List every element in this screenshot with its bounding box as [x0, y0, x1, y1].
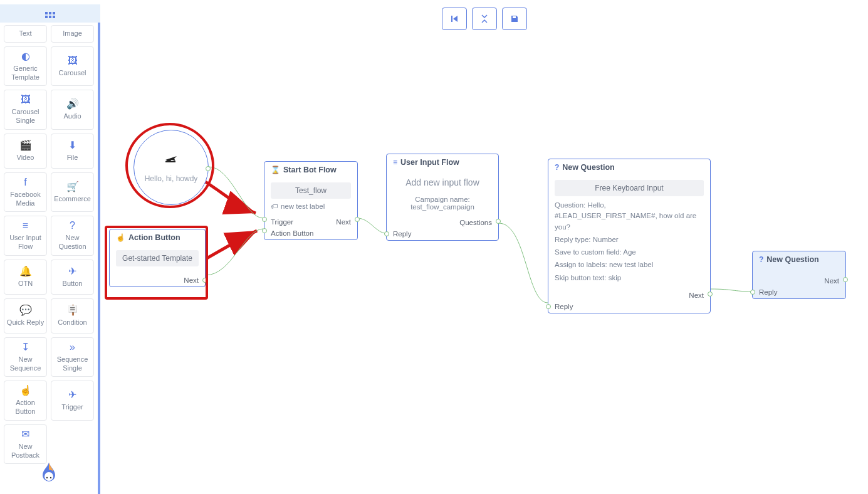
tool-carousel-single[interactable]: 🖼Carousel Single [4, 90, 47, 130]
flow-canvas[interactable]: Hello, hi, howdy ☝ Action Button Get-sta… [100, 31, 868, 494]
pointer-icon: ☝ [116, 233, 125, 242]
save-icon [510, 14, 519, 23]
tool-label: Condition [58, 318, 86, 327]
ecommerce-icon: 🛒 [66, 181, 79, 192]
tool-audio[interactable]: 🔊Audio [51, 90, 94, 130]
save-button[interactable] [502, 8, 527, 30]
tool-new-sequence[interactable]: ↧New Sequence [4, 337, 47, 377]
tool-label: Facebook Media [6, 191, 45, 208]
port-next-out[interactable] [843, 277, 848, 282]
rewind-icon [450, 14, 459, 23]
tool-otn[interactable]: 🔔OTN [4, 260, 47, 295]
tool-user-input-flow[interactable]: ≡User Input Flow [4, 216, 47, 256]
user-input-flow-node[interactable]: ≡ User Input Flow Add new input flow Cam… [386, 154, 499, 241]
tool-label: Trigger [61, 403, 83, 412]
tool-label: Sequence Single [53, 355, 92, 373]
add-input-text[interactable]: Add new input flow [393, 174, 492, 194]
tool-new-postback[interactable]: ✉New Postback [4, 424, 47, 465]
rewind-button[interactable] [442, 8, 467, 30]
tool-new-question[interactable]: ?New Question [51, 216, 94, 256]
quick-reply-icon: 💬 [19, 305, 32, 316]
tool-quick-reply[interactable]: 💬Quick Reply [4, 298, 47, 334]
tool-label: Video [17, 154, 34, 162]
node-title: New Question [766, 255, 818, 264]
svg-rect-9 [165, 161, 175, 162]
svg-rect-4 [49, 16, 51, 18]
file-icon: ⬇ [68, 140, 76, 151]
port-next-out[interactable] [355, 217, 360, 222]
port-reply-in[interactable] [546, 304, 551, 309]
tool-file[interactable]: ⬇File [51, 134, 94, 169]
tool-facebook-media[interactable]: fFacebook Media [4, 172, 47, 213]
reply-type: Reply type: Number [555, 234, 704, 245]
tool-label: Carousel [58, 69, 86, 78]
assign-labels: Assign to labels: new test label [555, 260, 704, 270]
collapse-button[interactable] [472, 8, 497, 30]
tool-label: Quick Reply [7, 318, 44, 327]
tool-text[interactable]: ☷Text [4, 25, 47, 43]
svg-rect-0 [45, 12, 48, 14]
next-label: Next [184, 276, 199, 284]
port-action-in[interactable] [262, 228, 267, 233]
trigger-icon: ✈ [68, 389, 76, 401]
new-postback-icon: ✉ [21, 429, 29, 440]
trigger-node[interactable]: Hello, hi, howdy [133, 130, 209, 205]
tool-palette: ☷Text🖼Image◐Generic Template🖼Carousel🖼Ca… [0, 23, 100, 494]
skip-text: Skip button text: skip [555, 273, 704, 283]
tool-carousel[interactable]: 🖼Carousel [51, 46, 94, 87]
reply-port-label: Reply [759, 288, 777, 296]
trigger-text: Hello, hi, howdy [145, 174, 198, 183]
app-logo [40, 463, 58, 488]
input-type-chip: Free Keyboard Input [555, 180, 704, 196]
tool-label: Action Button [6, 399, 45, 416]
tool-label: Button [63, 280, 83, 288]
button-icon: ✈ [68, 266, 76, 277]
start-bot-flow-node[interactable]: ⌛ Start Bot Flow Test_flow 🏷new test lab… [264, 161, 358, 240]
node-title: New Question [562, 163, 614, 172]
question-text: Question: Hello, #LEAD_USER_FIRST_NAME#,… [555, 200, 704, 233]
action-button-node[interactable]: ☝ Action Button Get-started Template Nex… [109, 229, 206, 287]
tool-label: Generic Template [6, 65, 45, 82]
tool-button[interactable]: ✈Button [51, 260, 94, 295]
tool-action-button[interactable]: ☝Action Button [4, 381, 47, 421]
tool-label: Ecommerce [54, 195, 91, 204]
svg-point-6 [44, 472, 53, 481]
list-icon: ≡ [393, 158, 397, 167]
carousel-icon: 🖼 [68, 55, 78, 66]
collapse-icon [480, 14, 489, 23]
tool-video[interactable]: 🎬Video [4, 134, 47, 169]
node-title: Start Bot Flow [283, 166, 337, 174]
otn-icon: 🔔 [19, 266, 32, 277]
tool-generic-template[interactable]: ◐Generic Template [4, 46, 47, 87]
port-next-out[interactable] [708, 292, 713, 297]
save-field: Save to custom field: Age [555, 247, 704, 258]
sequence-single-icon: » [70, 342, 75, 353]
tool-condition[interactable]: 🪧Condition [51, 298, 94, 334]
port-trigger-in[interactable] [262, 217, 267, 222]
new-question-node-1[interactable]: ? New Question Free Keyboard Input Quest… [548, 159, 711, 313]
tool-ecommerce[interactable]: 🛒Ecommerce [51, 172, 94, 213]
questions-port-label: Questions [459, 219, 492, 226]
tool-sequence-single[interactable]: »Sequence Single [51, 337, 94, 377]
port-out[interactable] [206, 166, 211, 171]
flow-chip: Test_flow [271, 182, 351, 199]
tag-icon: 🏷 [271, 202, 278, 210]
new-question-icon: ? [70, 220, 75, 231]
next-port-label: Next [824, 277, 839, 285]
port-reply-in[interactable] [750, 290, 755, 295]
new-question-node-2[interactable]: ? New Question Next Reply [752, 251, 846, 299]
tool-trigger[interactable]: ✈Trigger [51, 381, 94, 421]
port-reply-in[interactable] [384, 231, 389, 236]
node-title: User Input Flow [400, 158, 459, 167]
generic-template-icon: ◐ [21, 51, 30, 62]
campaign-label: Campaign name: test_flow_campaign [393, 196, 492, 211]
tool-label: Image [63, 29, 82, 38]
node-title: Action Button [128, 233, 180, 242]
grid-icon [45, 12, 55, 19]
svg-point-8 [50, 477, 51, 478]
tool-label: File [67, 154, 78, 162]
port-questions-out[interactable] [496, 219, 501, 224]
tool-image[interactable]: 🖼Image [51, 25, 94, 43]
port-out[interactable] [202, 278, 207, 283]
tool-label: New Postback [6, 443, 45, 460]
